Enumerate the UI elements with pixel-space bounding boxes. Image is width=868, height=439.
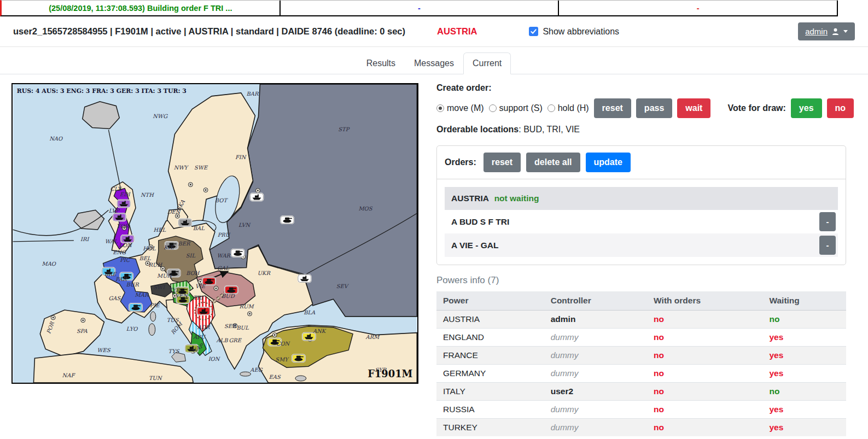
- waiting-cell: yes: [769, 350, 783, 360]
- power-cell: TURKEY: [443, 423, 477, 432]
- order-text: A BUD S F TRI: [451, 217, 509, 227]
- show-abbreviations-label: Show abbreviations: [543, 27, 619, 37]
- army-unit-rus: [231, 249, 244, 257]
- power-cell: FRANCE: [443, 350, 478, 360]
- with-orders-cell: no: [654, 405, 664, 414]
- powers-column-header: Controller: [544, 291, 647, 311]
- game-map[interactable]: NAONWGBARSTPMOSFINNWYSWENTHBOTSKADENHELB…: [11, 83, 418, 384]
- map-region-label: SWI: [153, 284, 166, 290]
- map-region-label: BUL: [237, 325, 249, 331]
- fleet-unit-eng: [121, 235, 134, 243]
- map-region-label: ARM: [365, 334, 381, 340]
- order-type-radio-move[interactable]: move (M): [436, 103, 484, 113]
- radio-icon[interactable]: [489, 104, 497, 112]
- reset-button[interactable]: reset: [594, 98, 631, 118]
- powers-info-table: PowerControllerWith ordersWaiting AUSTRI…: [436, 291, 846, 436]
- wait-button[interactable]: wait: [677, 98, 710, 118]
- pass-button[interactable]: pass: [636, 98, 672, 118]
- order-type-radio-hold[interactable]: hold (H): [547, 103, 589, 113]
- supply-center-dot-core: [82, 319, 84, 321]
- game-header: user2_1565728584955 | F1901M | active | …: [0, 16, 868, 47]
- map-region-label: BOH: [186, 270, 200, 276]
- radio-label: hold (H): [558, 103, 589, 113]
- supply-center-dot-core: [162, 268, 164, 270]
- map-region-label: APU: [193, 334, 206, 340]
- map-region-label: HOL: [143, 245, 156, 251]
- map-phase-label: F1901M: [368, 368, 412, 379]
- map-region-label: BER: [178, 241, 190, 247]
- map-region-label: NWY: [174, 165, 189, 171]
- map-region-label: BUR: [126, 282, 139, 288]
- map-region-label: KIE: [164, 244, 174, 250]
- map-region-label: NAO: [49, 136, 63, 142]
- status-bar: (25/08/2019, 11:37:08.593) Building orde…: [0, 0, 838, 16]
- radio-label: move (M): [447, 103, 484, 113]
- map-region-label: TRI: [193, 295, 204, 301]
- map-region-label: LON: [119, 242, 133, 248]
- map-region-label: BUD: [222, 293, 235, 299]
- orderable-locations-value: : BUD, TRI, VIE: [519, 125, 580, 134]
- remove-order-button[interactable]: -: [819, 236, 836, 255]
- tab-messages[interactable]: Messages: [405, 52, 463, 74]
- status-cell-2: -: [281, 1, 560, 15]
- power-cell: RUSSIA: [443, 405, 475, 414]
- map-region-label: HEL: [154, 227, 166, 233]
- orders-update-button[interactable]: update: [586, 153, 631, 172]
- create-order-heading: Create order:: [436, 83, 846, 93]
- powers-table-row: RUSSIAdummynoyes: [436, 401, 846, 419]
- radio-icon[interactable]: [436, 104, 444, 112]
- check-icon: [531, 28, 537, 34]
- supply-center-dot-core: [215, 288, 217, 289]
- waiting-cell: yes: [769, 405, 783, 414]
- controller-cell: dummy: [551, 350, 579, 360]
- supply-center-dot-core: [249, 313, 251, 315]
- supply-center-dot-core: [200, 281, 201, 283]
- with-orders-cell: no: [654, 387, 664, 396]
- orders-power-status: not waiting: [494, 194, 539, 203]
- map-region-label: UKR: [258, 270, 271, 276]
- orders-delete-all-button[interactable]: delete all: [526, 153, 580, 172]
- supply-center-dot-core: [190, 184, 191, 185]
- map-region-label: BAR: [247, 91, 259, 97]
- radio-icon[interactable]: [547, 104, 555, 112]
- current-power-label: AUSTRIA: [437, 26, 477, 37]
- powers-table-row: TURKEYdummynoyes: [436, 419, 846, 437]
- powers-column-header: Waiting: [762, 291, 846, 311]
- status-message: (25/08/2019, 11:37:08.593) Building orde…: [2, 1, 281, 15]
- tab-results[interactable]: Results: [357, 52, 405, 74]
- orderable-locations: Orderable locations: BUD, TRI, VIE: [436, 125, 846, 134]
- map-region-label: VIE: [195, 283, 206, 289]
- map-region-label: WAR: [217, 253, 231, 259]
- map-region-label: ENG: [113, 249, 126, 255]
- create-order-controls: move (M)support (S)hold (H)resetpasswait…: [436, 98, 846, 118]
- map-corsica: [150, 312, 156, 321]
- supply-center-dot-core: [205, 189, 207, 191]
- map-region-label: YOR: [116, 223, 129, 229]
- tab-current[interactable]: Current: [463, 52, 511, 74]
- vote-no-button[interactable]: no: [827, 98, 854, 118]
- waiting-cell: no: [769, 387, 779, 396]
- vote-yes-button[interactable]: yes: [791, 98, 822, 118]
- chevron-down-icon: [843, 30, 848, 33]
- remove-order-button[interactable]: -: [819, 212, 836, 231]
- map-region-label: GAL: [217, 265, 229, 271]
- admin-username: admin: [805, 27, 828, 36]
- army-unit-rus: [281, 216, 294, 224]
- map-region-label: SWE: [194, 165, 208, 171]
- controller-cell: user2: [551, 387, 573, 396]
- waiting-cell: yes: [769, 368, 783, 378]
- orders-list: AUSTRIA not waiting A BUD S F TRI-A VIE …: [437, 179, 846, 265]
- map-region-label: WES: [97, 347, 110, 353]
- controller-cell: dummy: [551, 423, 579, 432]
- admin-menu-button[interactable]: admin: [798, 22, 855, 40]
- controller-cell: dummy: [551, 405, 579, 414]
- show-abbreviations-checkbox[interactable]: [529, 27, 538, 36]
- orders-power-name: AUSTRIA: [451, 194, 488, 203]
- map-region-label: CLY: [110, 186, 123, 192]
- map-region-label: LYO: [126, 326, 138, 332]
- map-region-label: BOT: [215, 197, 229, 203]
- order-row: A VIE - GAL-: [445, 233, 838, 257]
- order-type-radio-support[interactable]: support (S): [489, 103, 543, 113]
- army-unit-fra: [129, 303, 142, 311]
- orders-reset-button[interactable]: reset: [483, 153, 521, 172]
